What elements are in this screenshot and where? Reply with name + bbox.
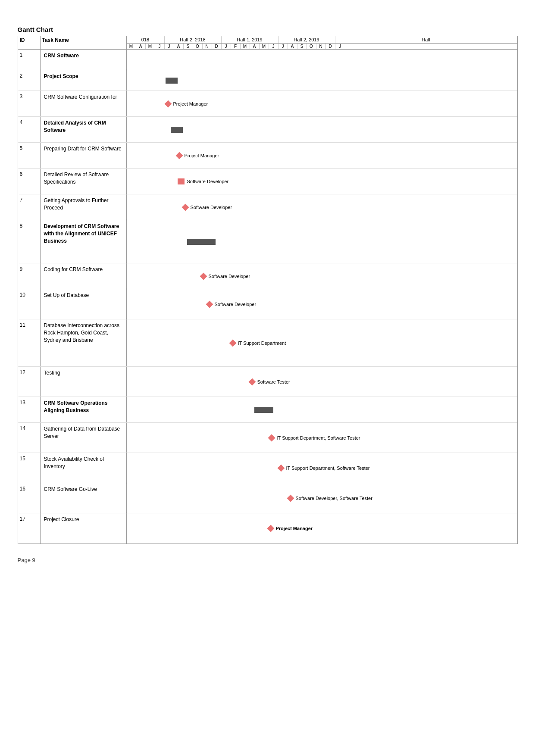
table-row: 13 CRM Software Operations Aligning Busi… [18, 397, 517, 423]
row-id: 4 [18, 117, 41, 142]
month-A1: A [136, 44, 146, 49]
task-name: Development of CRM Software with the Ali… [41, 220, 127, 263]
table-row: 4 Detailed Analysis of CRM Software [18, 117, 517, 143]
task-name: CRM Software [41, 50, 127, 70]
row-chart: Software Developer [127, 169, 517, 194]
task-name: Stock Availability Check of Inventory [41, 453, 127, 483]
row-chart: Project Manager [127, 91, 517, 116]
milestone-marker [229, 339, 236, 347]
row-id: 5 [18, 143, 41, 168]
milestone-marker [206, 300, 213, 308]
row-chart: Software Developer [127, 194, 517, 220]
milestone-marker [268, 434, 275, 441]
task-name: CRM Software Configuration for [41, 91, 127, 116]
row-chart: Software Developer [127, 263, 517, 289]
row-chart: Project Manager [127, 513, 517, 544]
month-D1: D [212, 44, 222, 49]
row-id: 7 [18, 194, 41, 220]
row-chart [127, 397, 517, 422]
row-id: 15 [18, 453, 41, 483]
bar-label: Software Developer [215, 302, 257, 307]
row-chart: Software Developer, Software Tester [127, 483, 517, 513]
milestone-marker [181, 203, 189, 211]
month-N1: N [203, 44, 212, 49]
task-name: Detailed Analysis of CRM Software [41, 117, 127, 142]
row-id: 11 [18, 319, 41, 366]
task-name: Project Closure [41, 513, 127, 544]
table-row: 6 Detailed Review of Software Specificat… [18, 169, 517, 194]
month-D2: D [326, 44, 335, 49]
table-row: 14 Gathering of Data from Database Serve… [18, 423, 517, 453]
table-row: 10 Set Up of Database Software Developer [18, 289, 517, 319]
task-name: Database Interconnection across Rock Ham… [41, 319, 127, 366]
gantt-bar [187, 239, 216, 245]
month-J3: J [222, 44, 231, 49]
row-chart: Project Manager [127, 143, 517, 168]
task-name: Set Up of Database [41, 289, 127, 319]
table-row: 11 Database Interconnection across Rock … [18, 319, 517, 367]
gantt-header: ID Task Name 018 Half 2, 2018 Half 1, 20… [18, 36, 517, 50]
task-name: Coding for CRM Software [41, 263, 127, 289]
bar-label: IT Support Department, Software Tester [286, 465, 370, 471]
row-id: 2 [18, 70, 41, 91]
row-id: 16 [18, 483, 41, 513]
period-half2-2018: Half 2, 2018 [165, 36, 222, 43]
gantt-bar [171, 127, 183, 133]
month-N2: N [316, 44, 326, 49]
task-name: Testing [41, 367, 127, 397]
row-chart: IT Support Department [127, 319, 517, 366]
bar-label: Project Manager [173, 101, 208, 106]
task-name: CRM Software Go-Live [41, 483, 127, 513]
gantt-bar [254, 407, 273, 413]
header-timeline: 018 Half 2, 2018 Half 1, 2019 Half 2, 20… [127, 36, 517, 49]
task-name: Getting Approvals to Further Proceed [41, 194, 127, 220]
chart-title: Gantt Chart [18, 26, 518, 33]
row-id: 10 [18, 289, 41, 319]
month-M2: M [146, 44, 155, 49]
row-id: 1 [18, 50, 41, 70]
month-S1: S [184, 44, 193, 49]
month-M1: M [127, 44, 136, 49]
table-row: 7 Getting Approvals to Further Proceed S… [18, 194, 517, 220]
task-name: Project Scope [41, 70, 127, 91]
milestone-marker [200, 272, 207, 280]
row-chart: Software Developer [127, 289, 517, 319]
row-chart [127, 70, 517, 91]
header-task: Task Name [41, 36, 127, 49]
table-row: 3 CRM Software Configuration for Project… [18, 91, 517, 117]
month-J5: J [278, 44, 288, 49]
row-chart [127, 220, 517, 263]
page-number: Page 9 [18, 557, 518, 563]
row-chart: IT Support Department, Software Tester [127, 453, 517, 483]
row-chart: IT Support Department, Software Tester [127, 423, 517, 453]
table-row: 1 CRM Software [18, 50, 517, 70]
milestone-marker [164, 100, 172, 107]
month-M3: M [241, 44, 250, 49]
period-018: 018 [127, 36, 165, 43]
table-row: 15 Stock Availability Check of Inventory… [18, 453, 517, 483]
month-A3: A [250, 44, 260, 49]
row-id: 8 [18, 220, 41, 263]
bar-label: Project Manager [185, 153, 219, 158]
task-name: Detailed Review of Software Specificatio… [41, 169, 127, 194]
bar-label: Software Developer, Software Tester [296, 496, 372, 501]
task-name: Preparing Draft for CRM Software [41, 143, 127, 168]
row-id: 9 [18, 263, 41, 289]
milestone-marker [287, 494, 294, 502]
milestone-marker [175, 152, 183, 159]
table-row: 8 Development of CRM Software with the A… [18, 220, 517, 263]
month-A4: A [288, 44, 297, 49]
table-row: 12 Testing Software Tester [18, 367, 517, 397]
table-row: 2 Project Scope [18, 70, 517, 91]
row-chart: Software Tester [127, 367, 517, 397]
table-row: 16 CRM Software Go-Live Software Develop… [18, 483, 517, 513]
row-chart [127, 117, 517, 142]
month-J1: J [155, 44, 165, 49]
row-id: 13 [18, 397, 41, 422]
period-half1-2019: Half 1, 2019 [222, 36, 278, 43]
page-container: Gantt Chart ID Task Name 018 Half 2, 201… [18, 26, 518, 563]
month-S2: S [297, 44, 307, 49]
row-id: 3 [18, 91, 41, 116]
task-name: CRM Software Operations Aligning Busines… [41, 397, 127, 422]
period-half-next: Half [335, 36, 517, 43]
